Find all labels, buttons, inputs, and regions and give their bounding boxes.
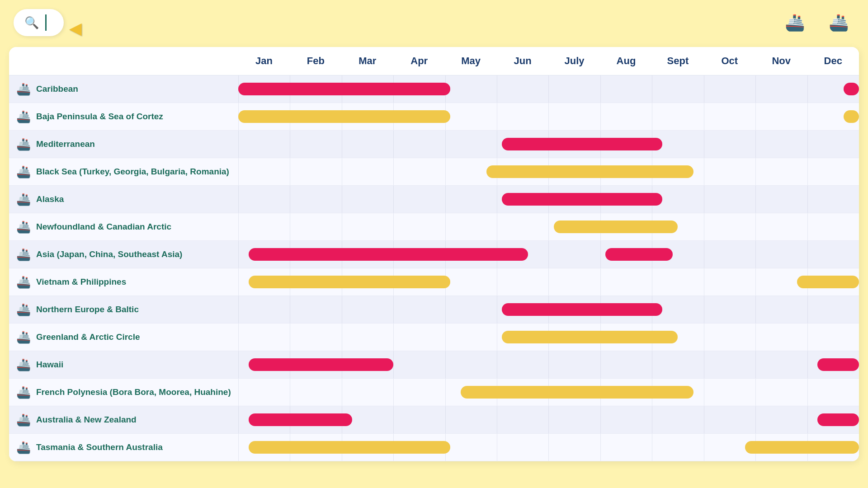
grid-line [548,406,549,433]
grid-line [548,241,549,268]
month-may: May [445,47,496,75]
route-cell: 🚢Black Sea (Turkey, Georgia, Bulgaria, R… [9,158,238,186]
grid-line [290,186,290,213]
grid-line [652,406,652,433]
grid-line [238,351,239,378]
grid-line [445,351,446,378]
legend-quiet: 🚢 [829,13,854,32]
grid-line [290,158,290,185]
page-header: 🔍 ◀ 🚢 🚢 [9,9,859,36]
route-cell: 🚢Baja Peninsula & Sea of Cortez [9,103,238,131]
route-ship-icon: 🚢 [16,358,31,372]
busy-bar [502,138,662,150]
grid-line [290,296,290,323]
grid-line [807,324,808,351]
route-name: Hawaii [36,360,63,370]
route-cell: 🚢Caribbean [9,75,238,103]
table-row: 🚢Mediterranean [9,131,859,158]
route-column-header [9,47,238,75]
grid-line [755,406,756,433]
route-ship-icon: 🚢 [16,248,31,262]
calendar-table-wrapper: Jan Feb Mar Apr May Jun July Aug Sept Oc… [9,47,859,461]
grid-line [393,406,394,433]
quiet-bar [461,386,693,399]
gantt-cell [238,186,859,213]
month-dec: Dec [807,47,859,75]
grid-line [704,351,704,378]
grid-line [548,268,549,296]
month-aug: Aug [600,47,652,75]
grid-line [600,75,601,103]
route-name: French Polynesia (Bora Bora, Moorea, Hua… [36,387,231,397]
grid-line [704,103,704,130]
grid-line [393,186,394,213]
grid-line [652,75,652,103]
route-ship-icon: 🚢 [16,82,31,96]
quiet-bar [249,276,450,288]
grid-line [445,213,446,240]
grid-line [393,351,394,378]
grid-line [393,324,394,351]
grid-line [755,186,756,213]
grid-line [497,75,497,103]
grid-line [548,351,549,378]
route-name: Alaska [36,194,64,204]
month-july: July [548,47,600,75]
grid-line [600,241,601,268]
month-mar: Mar [342,47,393,75]
grid-line [393,379,394,406]
route-ship-icon: 🚢 [16,441,31,455]
gantt-cell [238,324,859,351]
grid-line [238,186,239,213]
table-row: 🚢Alaska [9,186,859,213]
grid-line [755,103,756,130]
grid-line [238,131,239,158]
grid-line [342,296,342,323]
busy-bar [844,83,859,95]
grid-line [807,131,808,158]
gantt-cell [238,434,859,461]
quiet-bar [554,221,678,233]
grid-line [238,406,239,433]
grid-line [755,241,756,268]
grid-line [238,324,239,351]
route-name: Vietnam & Philippines [36,277,126,287]
grid-line [445,379,446,406]
route-cell: 🚢Greenland & Arctic Circle [9,324,238,351]
busy-ship-icon: 🚢 [785,13,805,32]
grid-line [704,296,704,323]
grid-line [445,406,446,433]
busy-bar [249,358,393,371]
gantt-cell [238,241,859,268]
route-ship-icon: 🚢 [16,137,31,151]
grid-line [652,268,652,296]
grid-line [704,158,704,185]
search-bar[interactable]: 🔍 ◀ [14,9,64,36]
table-row: 🚢Northern Europe & Baltic [9,296,859,324]
grid-line [755,158,756,185]
route-cell: 🚢French Polynesia (Bora Bora, Moorea, Hu… [9,379,238,406]
route-name: Greenland & Arctic Circle [36,332,140,342]
grid-line [704,241,704,268]
route-cell: 🚢Newfoundland & Canadian Arctic [9,213,238,241]
grid-line [755,131,756,158]
grid-line [342,379,342,406]
grid-line [497,434,497,461]
quiet-bar [486,165,693,178]
month-nov: Nov [755,47,807,75]
grid-line [807,406,808,433]
grid-line [548,213,549,240]
month-apr: Apr [393,47,445,75]
grid-line [704,406,704,433]
route-name: Newfoundland & Canadian Arctic [36,222,171,232]
gantt-cell [238,379,859,406]
gantt-cell [238,103,859,131]
route-ship-icon: 🚢 [16,413,31,427]
grid-line [704,213,704,240]
legend: 🚢 🚢 [785,13,854,32]
grid-line [290,131,290,158]
gantt-cell [238,213,859,241]
table-row: 🚢Vietnam & Philippines [9,268,859,296]
route-name: Caribbean [36,84,78,94]
grid-line [704,268,704,296]
